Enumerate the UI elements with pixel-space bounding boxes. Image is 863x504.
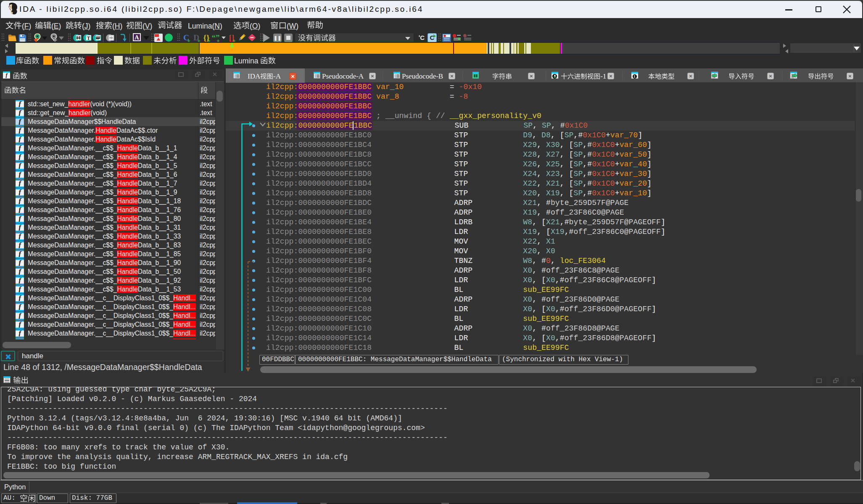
svg-text:T: T (87, 35, 90, 41)
